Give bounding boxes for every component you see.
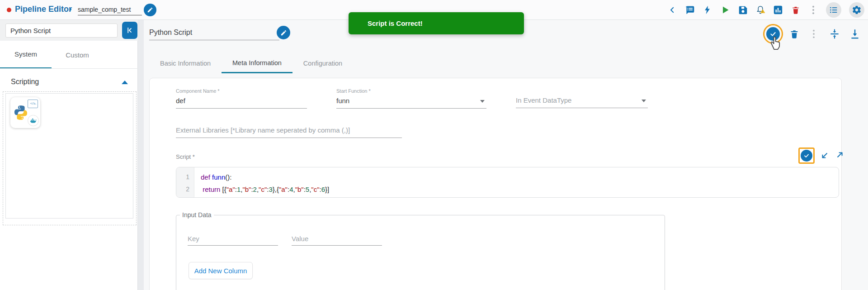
tab-custom-label: Custom (66, 51, 89, 59)
sidebar-tabs: System Custom (0, 41, 138, 69)
pencil-icon (147, 7, 153, 13)
validate-component-button[interactable] (766, 27, 780, 41)
sidebar-collapse-button[interactable] (122, 22, 137, 39)
input-data-key-field[interactable] (188, 232, 278, 246)
script-label: Script * (176, 153, 195, 160)
success-toast: Script is Correct! (349, 12, 524, 34)
run-play-icon[interactable] (720, 5, 730, 15)
meta-information-form: Component Name * def Start Function * fu… (149, 78, 842, 290)
script-code-editor[interactable]: 12 def funn(): return [{"a":1,"b":2,"c":… (176, 167, 839, 198)
bolt-icon[interactable] (703, 5, 712, 15)
editor-tabs: Basic Information Meta Information Confi… (149, 53, 353, 73)
in-event-datatype-placeholder: In Event DataType (516, 96, 648, 108)
section-title: Scripting (11, 78, 39, 86)
code-window-icon: ▪▪</> (28, 100, 38, 108)
python-logo-icon (13, 105, 29, 121)
save-icon[interactable] (738, 5, 748, 15)
add-new-column-button[interactable]: Add New Column (189, 262, 253, 279)
arrow-down-left-icon (820, 151, 830, 161)
collapse-left-icon (126, 26, 134, 34)
delete-trash-icon[interactable] (791, 5, 801, 15)
check-icon (769, 30, 777, 38)
download-button[interactable] (849, 28, 861, 40)
docker-whale-icon (28, 115, 39, 126)
statistics-icon[interactable] (773, 5, 783, 15)
tab-label: Basic Information (160, 60, 211, 67)
component-title-input[interactable] (149, 25, 279, 40)
breadcrumb-separator: › (69, 5, 72, 14)
input-data-legend: Input Data (180, 211, 214, 219)
tab-label: Configuration (303, 60, 342, 67)
chevron-down-icon (642, 100, 646, 102)
arrow-up-right-icon (835, 150, 845, 160)
sidebar-search-row (0, 20, 138, 41)
collapse-section-icon[interactable] (122, 81, 128, 84)
component-name-field[interactable]: Component Name * def (176, 88, 307, 109)
topbar-icon-group (667, 0, 864, 20)
tab-label: Meta Information (232, 59, 282, 67)
validate-script-button[interactable] (801, 150, 812, 162)
external-libraries-placeholder: External Libraries [*Library name sepera… (176, 126, 402, 138)
settings-gear-icon[interactable] (849, 2, 864, 18)
component-search-input[interactable] (5, 24, 118, 38)
collapse-editor-button[interactable] (820, 151, 830, 161)
start-function-select[interactable]: Start Function * funn (336, 88, 486, 109)
input-data-fieldset: Input Data Add New Column (176, 211, 665, 290)
vertical-align-bottom-icon (849, 28, 861, 40)
code-line: def funn(): (201, 171, 329, 183)
input-data-value-field[interactable] (292, 232, 382, 246)
component-card-python-script[interactable]: ▪▪</> (10, 97, 40, 128)
delete-component-button[interactable] (789, 29, 800, 39)
component-sidebar: System Custom Scripting ▪▪</> (0, 20, 138, 290)
chevron-left-icon[interactable] (667, 5, 677, 15)
comments-icon[interactable] (685, 5, 695, 15)
tab-meta-information[interactable]: Meta Information (222, 53, 292, 73)
in-event-datatype-select[interactable]: In Event DataType (516, 96, 648, 108)
external-libraries-field[interactable]: External Libraries [*Library name sepera… (176, 126, 402, 138)
pipeline-editor-app: Pipeline Editor › (0, 0, 868, 290)
script-validate-annotation (798, 147, 815, 164)
code-line: return [{"a":1,"b":2,"c":3},{"a":4,"b":5… (201, 183, 329, 195)
pencil-icon (280, 29, 287, 36)
toast-message: Script is Correct! (349, 19, 423, 27)
tab-system[interactable]: System (0, 41, 52, 69)
notifications-warning-icon[interactable] (755, 5, 765, 15)
more-vertical-icon[interactable] (808, 5, 818, 15)
edit-pipeline-name-button[interactable] (144, 4, 156, 16)
page-title: Pipeline Editor (15, 5, 72, 14)
recording-dot-icon (7, 8, 11, 12)
tab-system-label: System (14, 50, 37, 58)
component-drop-area: ▪▪</> (3, 91, 137, 225)
trash-icon (789, 29, 799, 39)
tab-basic-information[interactable]: Basic Information (149, 53, 222, 73)
scripting-section-header[interactable]: Scripting (0, 72, 138, 91)
divider (0, 68, 138, 69)
edit-component-title-button[interactable] (277, 26, 290, 39)
tab-configuration[interactable]: Configuration (292, 53, 353, 73)
start-function-label: Start Function * (336, 88, 486, 94)
expand-editor-button[interactable] (835, 150, 845, 160)
component-name-value: def (176, 97, 307, 108)
vertical-align-center-icon (829, 28, 840, 40)
line-number-gutter: 12 (176, 167, 194, 197)
code-lines: def funn(): return [{"a":1,"b":2,"c":3},… (194, 167, 329, 197)
tab-custom[interactable]: Custom (52, 41, 103, 69)
more-options-button[interactable] (809, 29, 818, 39)
component-name-label: Component Name * (176, 88, 307, 94)
pipeline-name-input[interactable] (78, 4, 142, 15)
component-list: ▪▪</> (5, 93, 133, 219)
collapse-sections-button[interactable] (829, 28, 840, 40)
validate-annotation (763, 24, 783, 44)
check-icon (803, 152, 810, 159)
component-editor-panel: Basic Information Meta Information Confi… (144, 20, 868, 290)
chevron-down-icon (480, 100, 485, 103)
start-function-value: funn (336, 97, 486, 108)
list-menu-icon[interactable] (826, 2, 841, 18)
more-vertical-icon (812, 29, 815, 39)
